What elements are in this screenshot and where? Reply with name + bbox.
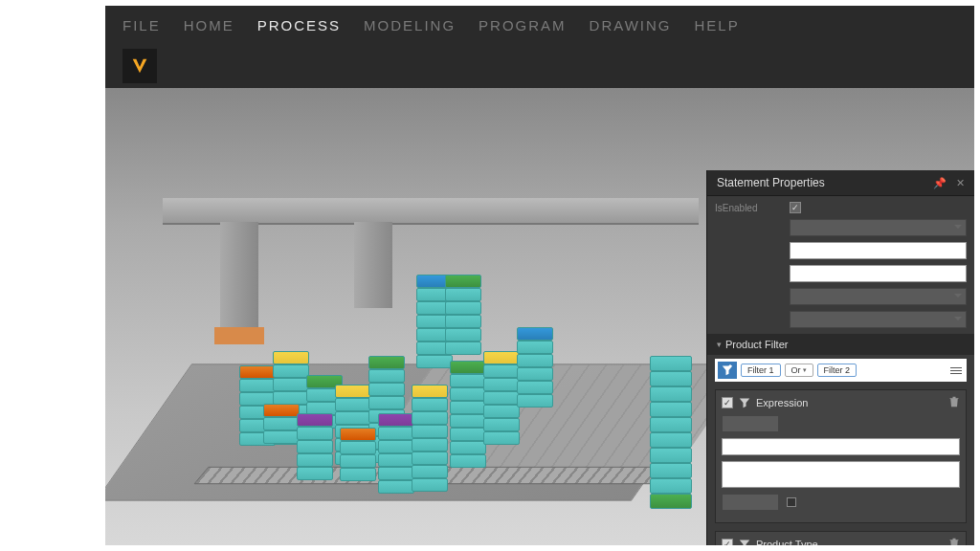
- property-field[interactable]: [790, 242, 967, 259]
- crate-stack: [412, 385, 448, 492]
- property-field[interactable]: [790, 219, 967, 236]
- menu-help[interactable]: HELP: [695, 17, 740, 33]
- crate-stack-tall: [650, 356, 692, 509]
- panel-header: Statement Properties 📌 ✕: [707, 170, 974, 196]
- delete-icon[interactable]: [948, 538, 960, 545]
- filter-operator[interactable]: Or: [785, 364, 813, 377]
- enabled-label: IsEnabled: [715, 203, 782, 213]
- expression-title: Expression: [756, 397, 808, 408]
- property-field[interactable]: [790, 288, 967, 305]
- menu-program[interactable]: PROGRAM: [479, 17, 567, 33]
- filter-chip[interactable]: Filter 1: [741, 364, 781, 377]
- menu-drawing[interactable]: DRAWING: [590, 17, 672, 33]
- enabled-checkbox[interactable]: ✓: [790, 202, 801, 213]
- panel-title: Statement Properties: [717, 176, 825, 189]
- menu-process[interactable]: PROCESS: [257, 17, 341, 33]
- expression-block: ✓ Expression: [715, 389, 967, 523]
- producttype-title: Product Type: [756, 539, 818, 545]
- product-type-block: ✓ Product Type: [715, 531, 967, 545]
- crate-stack: [445, 275, 481, 355]
- delete-icon[interactable]: [948, 396, 960, 409]
- funnel-icon: [739, 539, 750, 545]
- overhead-beam: [163, 198, 699, 225]
- funnel-icon: [739, 397, 750, 408]
- expr-field[interactable]: [722, 494, 779, 511]
- section-product-filter[interactable]: Product Filter: [707, 334, 974, 355]
- viewport-3d[interactable]: Statement Properties 📌 ✕ IsEnabled ✓ Pro…: [105, 88, 974, 545]
- filter-chip[interactable]: Filter 2: [817, 364, 858, 377]
- expr-field[interactable]: [722, 415, 779, 432]
- crate-stack: [263, 404, 300, 444]
- producttype-checkbox[interactable]: ✓: [722, 539, 733, 545]
- small-checkbox[interactable]: [787, 497, 796, 507]
- property-field[interactable]: [790, 311, 967, 328]
- crate-stack: [378, 413, 414, 494]
- filter-bar: Filter 1 Or Filter 2: [715, 359, 967, 382]
- menu-modeling[interactable]: MODELING: [364, 17, 456, 33]
- menu-file[interactable]: FILE: [122, 17, 161, 33]
- pin-icon[interactable]: 📌: [933, 177, 947, 189]
- property-field[interactable]: [790, 265, 967, 282]
- expr-field[interactable]: [722, 461, 960, 488]
- crate-stack: [340, 428, 376, 481]
- logo-row: [105, 44, 974, 88]
- filter-menu-icon[interactable]: [948, 365, 964, 376]
- crate-stack: [450, 361, 486, 468]
- support-column: [220, 222, 258, 327]
- add-filter-button[interactable]: [718, 362, 737, 379]
- support-column: [354, 222, 392, 308]
- crate-stack: [483, 351, 520, 445]
- properties-panel: Statement Properties 📌 ✕ IsEnabled ✓ Pro…: [706, 170, 974, 545]
- crate-stack: [517, 327, 553, 408]
- app-logo: [122, 49, 157, 83]
- menubar: FILE HOME PROCESS MODELING PROGRAM DRAWI…: [105, 6, 974, 44]
- expr-field[interactable]: [722, 438, 960, 455]
- expression-checkbox[interactable]: ✓: [722, 397, 733, 408]
- close-icon[interactable]: ✕: [956, 177, 965, 189]
- crate-stack: [297, 413, 333, 480]
- menu-home[interactable]: HOME: [184, 17, 234, 33]
